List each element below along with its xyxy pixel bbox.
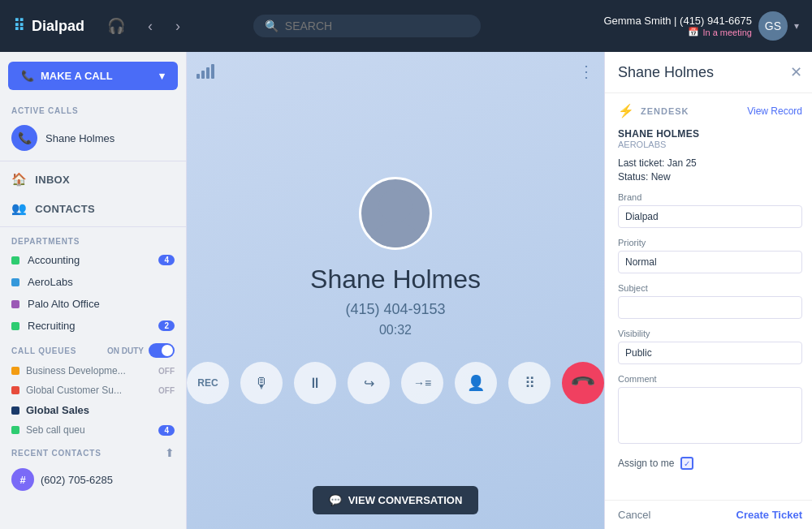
search-input[interactable] xyxy=(285,19,469,32)
cq-badge: 4 xyxy=(158,425,175,436)
on-duty-toggle[interactable] xyxy=(149,343,175,358)
topbar: ⠿ Dialpad 🎧 ‹ › 🔍 Gemma Smith | (415) 94… xyxy=(0,0,812,52)
signal-bar-3 xyxy=(206,67,209,79)
headset-icon[interactable]: 🎧 xyxy=(101,14,132,38)
priority-select[interactable]: Normal Low High Urgent xyxy=(618,251,802,273)
zendesk-icon: ⚡ xyxy=(618,103,634,118)
signal-bar-4 xyxy=(211,64,214,79)
signal-bar-1 xyxy=(197,74,200,79)
assign-label: Assign to me xyxy=(618,458,674,469)
cq-dot xyxy=(11,367,19,375)
active-call-icon: 📞 xyxy=(11,125,37,151)
subject-input[interactable] xyxy=(618,296,802,319)
right-panel-body: ⚡ ZENDESK View Record SHANE HOLMES AEROL… xyxy=(605,93,812,500)
hold-button[interactable]: ⏸ xyxy=(294,362,336,404)
active-call-name: Shane Holmes xyxy=(45,132,114,144)
dept-badge: 4 xyxy=(158,255,175,265)
brand-select[interactable]: Dialpad Other xyxy=(618,205,802,228)
close-panel-button[interactable]: ✕ xyxy=(790,63,802,81)
contacts-label: CONTACTS xyxy=(35,203,95,215)
active-calls-label: ACTIVE CALLS xyxy=(0,100,186,118)
avatar[interactable]: GS xyxy=(758,11,788,41)
priority-field: Priority Normal Low High Urgent xyxy=(618,238,802,273)
comment-label: Comment xyxy=(618,374,802,384)
forward-button[interactable]: →≡ xyxy=(401,362,443,404)
divider xyxy=(0,226,186,227)
sidebar-item-inbox[interactable]: 🏠 INBOX xyxy=(0,165,186,194)
toggle-knob xyxy=(162,345,173,356)
dept-name: AeroLabs xyxy=(28,276,175,288)
assign-checkbox[interactable]: ✓ xyxy=(680,457,693,470)
dept-item-recruiting[interactable]: Recruiting 2 xyxy=(0,315,186,337)
view-record-link[interactable]: View Record xyxy=(747,105,802,117)
dept-dot xyxy=(11,256,19,264)
cq-item-globalcust[interactable]: Global Customer Su... OFF xyxy=(0,381,186,400)
status-info: Status: New xyxy=(618,171,802,183)
visibility-label: Visibility xyxy=(618,329,802,338)
right-panel-title: Shane Holmes xyxy=(618,64,790,81)
forward-button[interactable]: › xyxy=(169,15,187,38)
export-icon[interactable]: ⬆ xyxy=(165,446,175,459)
subject-field: Subject xyxy=(618,283,802,319)
recent-contacts-label: RECENT CONTACTS xyxy=(11,449,165,458)
svg-point-0 xyxy=(378,189,412,222)
brand-select-input[interactable]: Dialpad Other xyxy=(625,211,795,222)
make-call-button[interactable]: 📞 MAKE A CALL ▾ xyxy=(8,62,178,90)
dept-name: Recruiting xyxy=(28,320,158,332)
priority-select-input[interactable]: Normal Low High Urgent xyxy=(625,256,795,268)
right-panel-footer: Cancel Create Ticket xyxy=(605,500,812,529)
dept-item-accounting[interactable]: Accounting 4 xyxy=(0,249,186,271)
call-timer: 00:32 xyxy=(379,323,412,338)
keypad-button[interactable]: ⠿ xyxy=(508,362,551,404)
cq-name: Business Developme... xyxy=(26,365,158,376)
comment-field: Comment xyxy=(618,374,802,447)
create-ticket-button[interactable]: Create Ticket xyxy=(736,509,802,521)
transfer-button[interactable]: ↪ xyxy=(348,362,390,404)
contact-name-big: SHANE HOLMES xyxy=(618,128,802,140)
sidebar: 📞 MAKE A CALL ▾ ACTIVE CALLS 📞 Shane Hol… xyxy=(0,52,187,529)
back-button[interactable]: ‹ xyxy=(141,15,159,38)
brand-field: Brand Dialpad Other xyxy=(618,192,802,228)
subject-label: Subject xyxy=(618,283,802,293)
phone-icon: 📞 xyxy=(21,70,34,82)
call-queues-label: CALL QUEUES xyxy=(11,346,107,355)
more-options-button[interactable]: ⋮ xyxy=(578,62,594,81)
mute-button[interactable]: 🎙 xyxy=(240,362,283,404)
recent-contact-icon: # xyxy=(11,468,34,491)
cq-dot xyxy=(11,386,19,394)
cq-item-bizdev[interactable]: Business Developme... OFF xyxy=(0,361,186,381)
caller-phone: (415) 404-9153 xyxy=(345,301,445,318)
search-bar[interactable]: 🔍 xyxy=(253,15,481,37)
brand-label: Brand xyxy=(618,192,802,202)
contacts-icon: 👥 xyxy=(11,201,27,216)
recent-contacts-header: RECENT CONTACTS ⬆ xyxy=(0,440,186,462)
caller-name: Shane Holmes xyxy=(310,264,481,295)
recent-contact-item[interactable]: # (602) 705-6285 xyxy=(0,462,186,497)
record-button[interactable]: REC xyxy=(187,362,229,404)
dept-name: Accounting xyxy=(28,254,158,266)
right-panel: Shane Holmes ✕ ⚡ ZENDESK View Record SHA… xyxy=(604,52,812,529)
zendesk-label: ZENDESK xyxy=(641,106,741,116)
view-conversation-label: VIEW CONVERSATION xyxy=(348,494,463,506)
cq-item-globalsales[interactable]: Global Sales xyxy=(0,400,186,420)
signal-bars xyxy=(197,64,214,79)
add-call-button[interactable]: 👤 xyxy=(455,362,497,404)
visibility-select-input[interactable]: Public Private xyxy=(625,347,795,359)
visibility-select[interactable]: Public Private xyxy=(618,342,802,364)
comment-input[interactable] xyxy=(618,387,802,444)
end-call-button[interactable]: 📞 xyxy=(553,353,613,413)
call-area: ⋮ Shane Holmes (415) 404-9153 00:32 REC … xyxy=(187,52,604,529)
cancel-button[interactable]: Cancel xyxy=(618,509,650,521)
sidebar-item-contacts[interactable]: 👥 CONTACTS xyxy=(0,194,186,223)
cq-item-sebcall[interactable]: Seb call queu 4 xyxy=(0,420,186,440)
active-call-item[interactable]: 📞 Shane Holmes xyxy=(0,118,186,157)
chevron-down-icon[interactable]: ▾ xyxy=(794,20,799,32)
dept-item-paloalto[interactable]: Palo Alto Office xyxy=(0,293,186,315)
zendesk-header: ⚡ ZENDESK View Record xyxy=(618,103,802,118)
user-info: Gemma Smith | (415) 941-6675 📅 In a meet… xyxy=(603,11,799,41)
view-conversation-button[interactable]: 💬 VIEW CONVERSATION xyxy=(313,486,479,514)
dept-item-aerolabs[interactable]: AeroLabs xyxy=(0,271,186,293)
departments-label: DEPARTMENTS xyxy=(0,230,186,249)
contact-company: AEROLABS xyxy=(618,140,802,149)
cq-name: Seb call queu xyxy=(26,424,158,436)
